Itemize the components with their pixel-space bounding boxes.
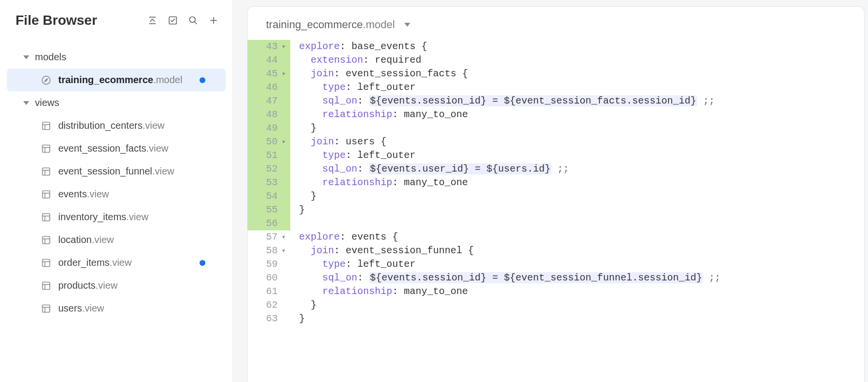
table-icon — [41, 212, 51, 223]
code-line[interactable]: 51 type: left_outer — [248, 149, 864, 162]
fold-marker-icon[interactable]: ▾ — [282, 67, 290, 81]
table-icon — [41, 258, 51, 268]
fold-marker-icon[interactable]: ▾ — [282, 135, 290, 149]
code-line[interactable]: 55} — [248, 203, 864, 217]
code-text: explore: events { — [290, 230, 864, 244]
folder-row[interactable]: views — [7, 91, 226, 114]
code-line[interactable]: 50▾ join: users { — [248, 135, 864, 149]
code-text: extension: required — [290, 53, 864, 67]
folder-row[interactable]: models — [7, 46, 226, 69]
code-line[interactable]: 60 sql_on: ${events.session_id} = ${even… — [248, 271, 864, 285]
table-icon — [41, 235, 51, 245]
code-line[interactable]: 63} — [248, 312, 864, 326]
code-line[interactable]: 53 relationship: many_to_one — [248, 176, 864, 190]
code-line[interactable]: 61 relationship: many_to_one — [248, 285, 864, 298]
code-text: join: event_session_facts { — [290, 67, 864, 81]
code-text: sql_on: ${events.session_id} = ${event_s… — [290, 94, 864, 108]
code-line[interactable]: 58▾ join: event_session_funnel { — [248, 244, 864, 258]
file-row[interactable]: event_session_facts.view — [7, 137, 226, 160]
code-line[interactable]: 45▾ join: event_session_facts { — [248, 67, 864, 81]
file-row[interactable]: distribution_centers.view — [7, 114, 226, 137]
editor-card: training_ecommerce.model 43▾explore: bas… — [248, 7, 864, 382]
fold-marker-icon[interactable]: ▾ — [282, 244, 290, 258]
code-line[interactable]: 57▾explore: events { — [248, 230, 864, 244]
code-line[interactable]: 62 } — [248, 298, 864, 312]
fold-marker-icon — [282, 149, 290, 162]
code-text: type: left_outer — [290, 149, 864, 162]
code-text: } — [290, 203, 864, 217]
line-number: 45 — [248, 67, 282, 81]
svg-point-1 — [190, 17, 196, 23]
file-row[interactable]: users.view — [7, 297, 226, 320]
collapse-icon[interactable] — [147, 15, 158, 26]
code-line[interactable]: 56 — [248, 217, 864, 230]
svg-rect-10 — [43, 145, 50, 152]
modified-dot-icon — [200, 260, 205, 266]
tab-dropdown-icon[interactable] — [404, 23, 410, 27]
checklist-icon[interactable] — [167, 15, 178, 26]
svg-rect-7 — [43, 122, 50, 129]
code-text: relationship: many_to_one — [290, 285, 864, 298]
file-row[interactable]: products.view — [7, 274, 226, 297]
file-row[interactable]: location.view — [7, 228, 226, 251]
code-line[interactable]: 43▾explore: base_events { — [248, 40, 864, 53]
fold-marker-icon — [282, 94, 290, 108]
search-icon[interactable] — [188, 15, 199, 26]
line-number: 50 — [248, 135, 282, 149]
code-line[interactable]: 49 } — [248, 122, 864, 135]
fold-marker-icon — [282, 312, 290, 326]
gutter: 47 — [248, 94, 290, 108]
file-name: events.view — [58, 189, 109, 200]
folder-label: views — [35, 97, 59, 108]
line-number: 59 — [248, 258, 282, 271]
gutter: 54 — [248, 190, 290, 203]
file-name: event_session_facts.view — [58, 143, 168, 154]
line-number: 61 — [248, 285, 282, 298]
gutter: 49 — [248, 122, 290, 135]
file-row[interactable]: training_ecommerce.model — [7, 69, 226, 91]
gutter: 56 — [248, 217, 290, 230]
code-line[interactable]: 59 type: left_outer — [248, 258, 864, 271]
file-name: order_items.view — [58, 257, 132, 268]
file-row[interactable]: order_items.view — [7, 251, 226, 274]
svg-rect-13 — [43, 168, 50, 175]
add-icon[interactable] — [208, 15, 219, 26]
fold-marker-icon[interactable]: ▾ — [282, 230, 290, 244]
table-icon — [41, 166, 51, 177]
fold-marker-icon — [282, 176, 290, 190]
fold-marker-icon[interactable]: ▾ — [282, 40, 290, 53]
code-editor[interactable]: 43▾explore: base_events {44 extension: r… — [248, 40, 864, 382]
table-icon — [41, 303, 51, 314]
gutter: 61 — [248, 285, 290, 298]
code-line[interactable]: 47 sql_on: ${events.session_id} = ${even… — [248, 94, 864, 108]
file-name: products.view — [58, 280, 117, 291]
line-number: 60 — [248, 271, 282, 285]
code-line[interactable]: 54 } — [248, 190, 864, 203]
line-number: 48 — [248, 108, 282, 122]
svg-rect-31 — [43, 305, 50, 312]
file-row[interactable]: events.view — [7, 183, 226, 206]
file-row[interactable]: event_session_funnel.view — [7, 160, 226, 183]
gutter: 45▾ — [248, 67, 290, 81]
file-row[interactable]: inventory_items.view — [7, 206, 226, 228]
code-line[interactable]: 52 sql_on: ${events.user_id} = ${users.i… — [248, 162, 864, 176]
line-number: 51 — [248, 149, 282, 162]
code-text: join: users { — [290, 135, 864, 149]
code-line[interactable]: 48 relationship: many_to_one — [248, 108, 864, 122]
file-name: event_session_funnel.view — [58, 166, 174, 177]
line-number: 49 — [248, 122, 282, 135]
gutter: 62 — [248, 298, 290, 312]
file-name: users.view — [58, 303, 104, 314]
editor-tab[interactable]: training_ecommerce.model — [266, 18, 395, 31]
code-line[interactable]: 44 extension: required — [248, 53, 864, 67]
code-text: sql_on: ${events.user_id} = ${users.id} … — [290, 162, 864, 176]
code-line[interactable]: 46 type: left_outer — [248, 81, 864, 94]
modified-dot-icon — [200, 77, 205, 83]
fold-marker-icon — [282, 285, 290, 298]
chevron-down-icon — [23, 55, 29, 59]
code-text: type: left_outer — [290, 81, 864, 94]
gutter: 53 — [248, 176, 290, 190]
gutter: 50▾ — [248, 135, 290, 149]
code-text: sql_on: ${events.session_id} = ${event_s… — [290, 271, 864, 285]
line-number: 57 — [248, 230, 282, 244]
